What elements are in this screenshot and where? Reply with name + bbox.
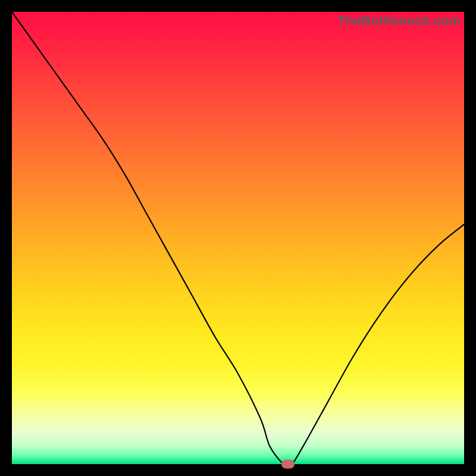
plot-area: TheBottleneck.com bbox=[12, 12, 464, 464]
bottleneck-curve-path bbox=[12, 12, 464, 464]
curve-svg bbox=[12, 12, 464, 464]
minimum-marker bbox=[281, 460, 295, 469]
chart-stage: TheBottleneck.com bbox=[0, 0, 476, 476]
